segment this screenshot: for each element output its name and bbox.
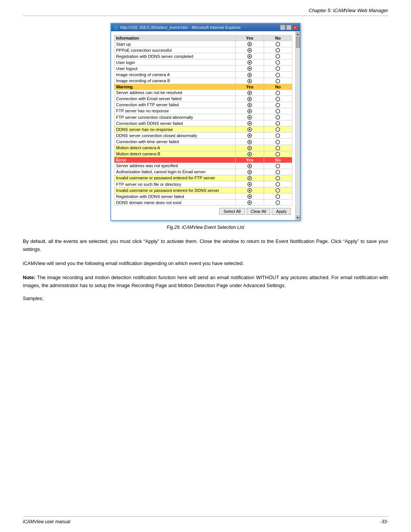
table-row: Server address can not be resolved bbox=[115, 89, 292, 96]
error-label: Error bbox=[115, 157, 236, 163]
information-header-row: Information Yes No bbox=[115, 35, 292, 41]
yes-radio[interactable] bbox=[236, 145, 264, 151]
minimize-button[interactable]: _ bbox=[280, 25, 285, 30]
table-row: Server address was not specified bbox=[115, 163, 292, 169]
table-row: Image recording of camera B bbox=[115, 78, 292, 84]
maximize-button[interactable]: □ bbox=[286, 25, 292, 30]
yes-radio[interactable] bbox=[236, 72, 264, 78]
no-radio[interactable] bbox=[264, 181, 292, 187]
select-all-button[interactable]: Select All bbox=[219, 208, 245, 215]
yes-radio[interactable] bbox=[236, 169, 264, 175]
row-label: Start up bbox=[115, 41, 236, 47]
no-radio[interactable] bbox=[264, 53, 292, 59]
table-row: Connection with Email server failed bbox=[115, 96, 292, 102]
radio-empty bbox=[276, 115, 280, 120]
browser-window: 🌐 http://192.168.0.30/select_event.htm -… bbox=[110, 23, 301, 221]
yes-radio[interactable] bbox=[236, 41, 264, 47]
yes-radio[interactable] bbox=[236, 47, 264, 53]
no-radio[interactable] bbox=[264, 59, 292, 66]
scroll-up-arrow[interactable]: ▲ bbox=[296, 32, 300, 36]
row-label: Connection with DDNS server failed bbox=[115, 120, 236, 126]
yes-radio[interactable] bbox=[236, 59, 264, 66]
yes-radio[interactable] bbox=[236, 89, 264, 96]
no-radio[interactable] bbox=[264, 108, 292, 114]
yes-radio[interactable] bbox=[236, 163, 264, 169]
table-row: Authorization failed, cannot login to Em… bbox=[115, 169, 292, 175]
close-button[interactable]: ✕ bbox=[292, 25, 298, 30]
yes-radio[interactable] bbox=[236, 78, 264, 84]
no-radio[interactable] bbox=[264, 163, 292, 169]
no-radio[interactable] bbox=[264, 200, 292, 206]
no-radio[interactable] bbox=[264, 169, 292, 175]
no-radio[interactable] bbox=[264, 139, 292, 145]
radio-filled bbox=[247, 42, 252, 46]
no-radio[interactable] bbox=[264, 133, 292, 139]
no-radio[interactable] bbox=[264, 47, 292, 53]
radio-filled bbox=[247, 91, 252, 95]
no-radio[interactable] bbox=[264, 78, 292, 84]
no-radio[interactable] bbox=[264, 96, 292, 102]
warning-header-row: Warning Yes No bbox=[115, 84, 292, 89]
error-header-row: Error Yes No bbox=[115, 157, 292, 163]
note-paragraph: Note: The image recording and motion det… bbox=[23, 274, 388, 290]
no-radio[interactable] bbox=[264, 41, 292, 47]
table-row: Connection with DDNS server failed bbox=[115, 120, 292, 126]
yes-radio[interactable] bbox=[236, 175, 264, 181]
no-radio[interactable] bbox=[264, 187, 292, 193]
yes-radio[interactable] bbox=[236, 66, 264, 72]
no-radio[interactable] bbox=[264, 151, 292, 157]
row-label: Registration with DDNS server completed bbox=[115, 53, 236, 59]
radio-empty bbox=[276, 42, 280, 46]
table-row: Invalid username or password entered for… bbox=[115, 187, 292, 193]
row-label: Motion detect camera A bbox=[115, 145, 236, 151]
yes-radio[interactable] bbox=[236, 114, 264, 120]
samples-text: Samples; bbox=[23, 296, 388, 301]
yes-radio[interactable] bbox=[236, 53, 264, 59]
yes-radio[interactable] bbox=[236, 187, 264, 193]
apply-button[interactable]: Apply bbox=[272, 208, 291, 215]
yes-radio[interactable] bbox=[236, 102, 264, 108]
no-radio[interactable] bbox=[264, 145, 292, 151]
no-radio[interactable] bbox=[264, 114, 292, 120]
browser-title: http://192.168.0.30/select_event.htm - M… bbox=[120, 25, 241, 30]
information-label: Information bbox=[115, 35, 236, 41]
yes-header-warning: Yes bbox=[236, 84, 264, 89]
yes-radio[interactable] bbox=[236, 200, 264, 206]
paragraph-2: iCAMView will send you the following ema… bbox=[23, 260, 388, 268]
yes-radio[interactable] bbox=[236, 108, 264, 114]
yes-radio[interactable] bbox=[236, 151, 264, 157]
table-row: Motion detect camera A bbox=[115, 145, 292, 151]
radio-filled bbox=[247, 182, 252, 187]
yes-radio[interactable] bbox=[236, 96, 264, 102]
scrollbar[interactable]: ▲ ▼ bbox=[295, 31, 300, 220]
yes-radio[interactable] bbox=[236, 139, 264, 145]
no-radio[interactable] bbox=[264, 72, 292, 78]
radio-empty bbox=[276, 182, 280, 187]
radio-empty bbox=[276, 200, 280, 205]
no-radio[interactable] bbox=[264, 102, 292, 108]
no-radio[interactable] bbox=[264, 126, 292, 133]
radio-empty bbox=[276, 97, 280, 101]
yes-radio[interactable] bbox=[236, 193, 264, 200]
scroll-down-arrow[interactable]: ▼ bbox=[296, 216, 300, 219]
radio-empty bbox=[276, 103, 280, 107]
table-row: FTP server connection closed abnormally bbox=[115, 114, 292, 120]
table-row: PPPoE connection successful bbox=[115, 47, 292, 53]
radio-filled bbox=[247, 170, 252, 174]
row-label: FTP server has no response bbox=[115, 108, 236, 114]
no-radio[interactable] bbox=[264, 120, 292, 126]
yes-radio[interactable] bbox=[236, 126, 264, 133]
scroll-thumb[interactable] bbox=[296, 37, 300, 48]
radio-empty bbox=[276, 73, 280, 77]
radio-empty bbox=[276, 188, 280, 193]
no-radio[interactable] bbox=[264, 175, 292, 181]
yes-radio[interactable] bbox=[236, 133, 264, 139]
no-radio[interactable] bbox=[264, 193, 292, 200]
clear-all-button[interactable]: Clear All bbox=[247, 208, 271, 215]
no-radio[interactable] bbox=[264, 89, 292, 96]
yes-radio[interactable] bbox=[236, 120, 264, 126]
no-radio[interactable] bbox=[264, 66, 292, 72]
row-label: User login bbox=[115, 59, 236, 66]
radio-empty bbox=[276, 152, 280, 157]
yes-radio[interactable] bbox=[236, 181, 264, 187]
